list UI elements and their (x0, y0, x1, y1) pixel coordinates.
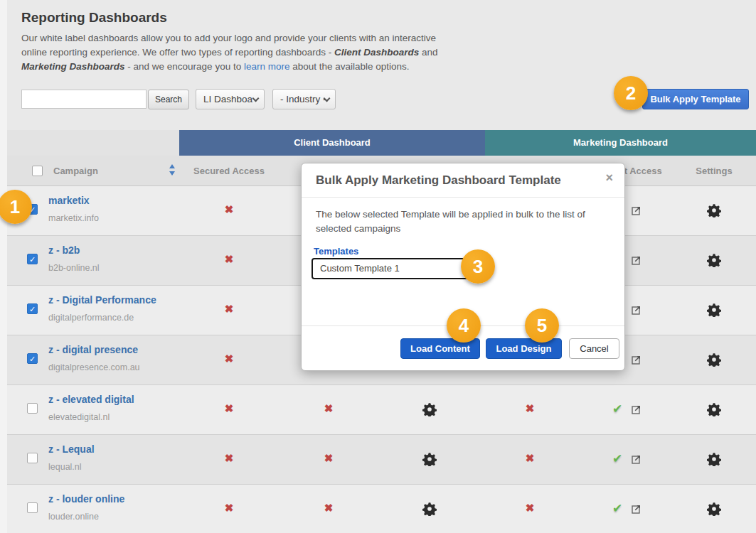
campaign-domain: louder.online (48, 512, 99, 522)
cancel-button[interactable]: Cancel (569, 338, 619, 359)
tab-marketing-label: Marketing Dashboard (485, 130, 756, 156)
row-checkbox[interactable]: ✓ (27, 303, 38, 314)
column-header-campaign[interactable]: Campaign (53, 156, 98, 186)
campaign-domain: b2b-online.nl (48, 263, 100, 273)
client-dashboard-disabled-icon: ✖ (324, 402, 334, 415)
marketing-dashboard-disabled-icon: ✖ (526, 502, 535, 515)
open-external-link-icon[interactable] (631, 205, 642, 219)
secured-access-disabled-icon: ✖ (225, 303, 234, 316)
marketing-dashboard-disabled-icon: ✖ (526, 452, 535, 465)
campaign-domain: elevatedigital.nl (48, 412, 110, 422)
tab-band-spacer (7, 130, 179, 156)
intro-line: online reporting experience. We offer tw… (21, 45, 438, 60)
search-input[interactable] (21, 90, 147, 109)
marketing-dashboard-settings-gear-icon[interactable] (707, 452, 721, 469)
campaign-name-link[interactable]: z - louder online (48, 493, 124, 505)
open-external-link-icon[interactable] (631, 354, 642, 368)
table-row: z - elevated digital elevatedigital.nl ✖… (7, 385, 756, 435)
callout-badge-4: 4 (447, 308, 481, 343)
intro-text: Our white label dashboards allow you to … (21, 31, 438, 74)
page-left-margin (0, 0, 7, 533)
campaign-name-link[interactable]: z - digital presence (48, 344, 138, 355)
industry-value: - Industry - (280, 94, 326, 104)
secured-access-disabled-icon: ✖ (225, 402, 234, 415)
tab-client-label: Client Dashboard (179, 130, 485, 156)
client-dashboard-disabled-icon: ✖ (324, 452, 334, 465)
column-header-secured-access: Secured Access (172, 156, 286, 186)
campaign-domain: lequal.nl (48, 462, 82, 472)
intro-text-segment: online reporting experience. We offer tw… (21, 47, 334, 58)
tab-client-dashboard[interactable]: Client Dashboard (179, 130, 485, 156)
direct-access-enabled-icon: ✔ (612, 402, 622, 416)
direct-access-enabled-icon: ✔ (612, 451, 622, 466)
campaign-domain: digitalpresence.com.au (48, 362, 140, 372)
intro-text-segment: - and we encourage you to (125, 61, 244, 72)
client-dashboard-settings-gear-icon[interactable] (422, 452, 437, 469)
callout-badge-2: 2 (614, 76, 648, 110)
intro-line: Marketing Dashboards - and we encourage … (21, 60, 438, 74)
modal-title: Bulk Apply Marketing Dashboard Template (316, 173, 561, 188)
marketing-dashboard-settings-gear-icon[interactable] (707, 253, 721, 270)
campaign-name-link[interactable]: marketix (48, 195, 90, 206)
marketing-dashboard-settings-gear-icon[interactable] (707, 402, 721, 419)
modal-header-divider (302, 197, 624, 198)
callout-badge-5: 5 (525, 308, 559, 343)
modal-body-text: The below selected Template will be appl… (316, 208, 614, 236)
campaign-domain: digitalperformance.de (48, 313, 134, 323)
row-checkbox[interactable]: ✓ (27, 353, 38, 364)
intro-emphasis: Client Dashboards (334, 47, 419, 58)
campaign-name-link[interactable]: z - elevated digital (48, 394, 134, 405)
dashboard-type-select[interactable]: LI Dashboa (196, 89, 265, 109)
secured-access-disabled-icon: ✖ (225, 452, 234, 465)
open-external-link-icon[interactable] (631, 254, 642, 269)
secured-access-disabled-icon: ✖ (225, 203, 234, 216)
chevron-down-icon (252, 95, 260, 102)
column-header-settings: Settings (671, 156, 756, 186)
open-external-link-icon[interactable] (631, 304, 642, 318)
marketing-dashboard-settings-gear-icon[interactable] (707, 303, 721, 320)
intro-text-segment: about the available options. (289, 61, 409, 72)
search-button[interactable]: Search (148, 90, 189, 109)
marketing-dashboard-disabled-icon: ✖ (526, 402, 535, 415)
callout-badge-3: 3 (461, 249, 495, 284)
intro-line: Our white label dashboards allow you to … (21, 31, 438, 45)
client-dashboard-settings-gear-icon[interactable] (422, 402, 437, 419)
marketing-dashboard-settings-gear-icon[interactable] (707, 502, 721, 519)
table-row: z - Lequal lequal.nl ✖ ✖ ✖ ✔ (7, 435, 756, 485)
intro-text-segment: Our white label dashboards allow you to … (21, 33, 436, 43)
row-checkbox[interactable]: ✓ (27, 254, 38, 264)
dashboard-type-value: LI Dashboa (203, 94, 252, 104)
secured-access-disabled-icon: ✖ (225, 253, 234, 266)
direct-access-enabled-icon: ✔ (612, 501, 622, 516)
campaign-name-link[interactable]: z - Digital Performance (48, 294, 156, 306)
select-all-checkbox[interactable] (32, 166, 43, 176)
templates-label: Templates (314, 246, 358, 257)
row-checkbox[interactable] (27, 403, 38, 414)
learn-more-link[interactable]: learn more (244, 61, 290, 72)
tab-marketing-dashboard[interactable]: Marketing Dashboard (485, 130, 756, 156)
load-design-button[interactable]: Load Design (486, 338, 562, 359)
open-external-link-icon[interactable] (631, 453, 642, 468)
open-external-link-icon[interactable] (631, 404, 642, 418)
page-title: Reporting Dashboards (21, 10, 167, 26)
client-dashboard-settings-gear-icon[interactable] (422, 502, 437, 519)
campaign-name-link[interactable]: z - Lequal (48, 443, 95, 455)
close-icon[interactable]: × (605, 171, 613, 185)
client-dashboard-disabled-icon: ✖ (324, 502, 334, 515)
open-external-link-icon[interactable] (631, 503, 642, 517)
secured-access-disabled-icon: ✖ (225, 352, 234, 365)
template-select[interactable]: Custom Template 1 (312, 258, 471, 279)
row-checkbox[interactable] (27, 502, 38, 513)
marketing-dashboard-settings-gear-icon[interactable] (707, 352, 721, 370)
intro-emphasis: Marketing Dashboards (21, 61, 125, 72)
campaign-domain: marketix.info (48, 213, 99, 223)
intro-text-segment: and (419, 47, 437, 58)
campaign-name-link[interactable]: z - b2b (48, 244, 80, 256)
secured-access-disabled-icon: ✖ (225, 502, 234, 515)
bulk-apply-template-button[interactable]: Bulk Apply Template (642, 89, 749, 109)
marketing-dashboard-settings-gear-icon[interactable] (707, 203, 721, 220)
table-row: z - louder online louder.online ✖ ✖ ✖ ✔ (7, 485, 756, 533)
industry-select[interactable]: - Industry - (272, 89, 336, 109)
row-checkbox[interactable] (27, 453, 38, 463)
reporting-dashboards-page: Reporting Dashboards Our white label das… (0, 0, 756, 533)
